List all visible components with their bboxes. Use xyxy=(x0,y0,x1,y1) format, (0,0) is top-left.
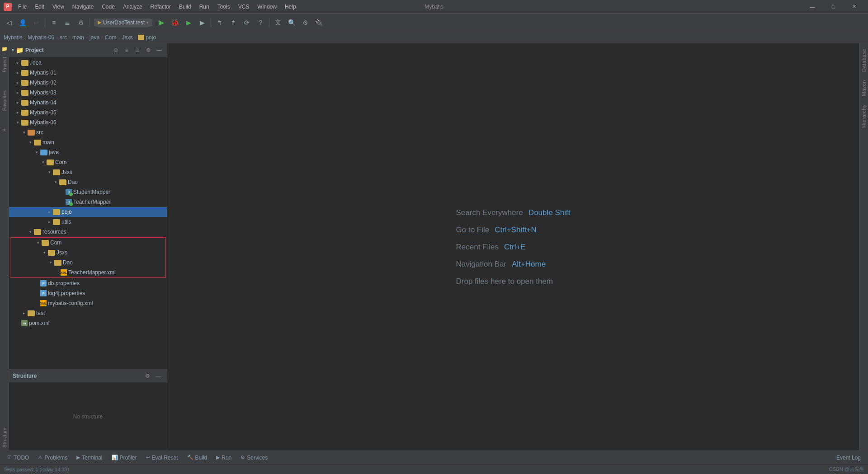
tree-item-jsxs[interactable]: Jsxs xyxy=(9,167,167,177)
tree-item-src[interactable]: src xyxy=(9,127,167,137)
back-button[interactable]: ◁ xyxy=(3,16,15,29)
breadcrumb-jsxs[interactable]: Jsxs xyxy=(122,34,132,41)
tree-item-test[interactable]: test xyxy=(9,308,167,318)
scroll-to-source-button[interactable]: ⊙ xyxy=(111,45,121,55)
structure-settings-button[interactable]: ⚙ xyxy=(142,371,152,381)
tree-item-mybatis06[interactable]: Mybatis-06 xyxy=(9,117,167,127)
menu-view[interactable]: View xyxy=(49,3,68,11)
run-config-dropdown[interactable]: ▶ UserDaoTest.test ▾ xyxy=(94,19,152,27)
breadcrumb-pojo[interactable]: pojo xyxy=(138,34,156,41)
tree-item-jsxs2[interactable]: Jsxs xyxy=(10,248,165,258)
build-button[interactable]: 🔨 Build xyxy=(184,454,211,462)
tree-item-java[interactable]: java xyxy=(9,147,167,157)
breadcrumb-src[interactable]: src xyxy=(60,34,67,41)
menu-run[interactable]: Run xyxy=(196,3,213,11)
run-button[interactable]: ▶ xyxy=(155,16,168,29)
label-utils: utils xyxy=(61,219,71,225)
menu-refactor[interactable]: Refactor xyxy=(147,3,175,11)
edge-structure-tab[interactable]: Structure xyxy=(1,425,8,451)
database-tab[interactable]: Database xyxy=(860,45,868,75)
services-button[interactable]: ⚙ Services xyxy=(237,454,271,462)
breadcrumb-mybatis06[interactable]: Mybatis-06 xyxy=(28,34,54,41)
tree-item-dao2[interactable]: Dao xyxy=(10,258,165,268)
debug-button[interactable]: 🐞 xyxy=(169,16,181,29)
git-button[interactable]: ↰ xyxy=(213,16,226,29)
project-settings-button[interactable]: ⚙ xyxy=(143,45,153,55)
tree-item-pomxml[interactable]: m pom.xml xyxy=(9,318,167,328)
breadcrumb-sep-2: › xyxy=(69,34,71,41)
menu-tools[interactable]: Tools xyxy=(214,3,234,11)
hierarchy-tab[interactable]: Hierarchy xyxy=(860,101,868,131)
plugin-button[interactable]: 🔌 xyxy=(312,16,325,29)
eval-reset-button[interactable]: ↩ Eval Reset xyxy=(142,454,182,462)
hint-dropfiles: Drop files here to open them xyxy=(456,277,571,286)
tree-item-idea[interactable]: .idea xyxy=(9,58,167,68)
settings-tb-button[interactable]: ⚙ xyxy=(75,16,87,29)
menu-build[interactable]: Build xyxy=(175,3,195,11)
editor-area[interactable]: Search Everywhere Double Shift Go to Fil… xyxy=(167,43,859,451)
undo-button[interactable]: ↩ xyxy=(30,16,42,29)
tree-item-utils[interactable]: utils xyxy=(9,217,167,227)
tree-item-resources[interactable]: resources xyxy=(9,227,167,237)
expand-all-button[interactable]: ≣ xyxy=(61,16,74,29)
tree-item-mybatisconfig[interactable]: XML mybatis-config.xml xyxy=(9,298,167,308)
tree-item-mybatis04[interactable]: Mybatis-04 xyxy=(9,98,167,108)
git-update-button[interactable]: ⟳ xyxy=(241,16,253,29)
collapse-all-button[interactable]: ≡ xyxy=(47,16,60,29)
profile-run-button[interactable]: ▶ xyxy=(196,16,208,29)
edge-favorites-tab[interactable]: Favorites xyxy=(1,88,8,113)
event-log-button[interactable]: Event Log xyxy=(833,454,864,462)
profile-button[interactable]: 👤 xyxy=(16,16,29,29)
edge-project-icon[interactable]: 📁 xyxy=(1,45,8,52)
coverage-button[interactable]: ▶ xyxy=(182,16,195,29)
expand-button[interactable]: ≣ xyxy=(132,45,142,55)
profiler-button[interactable]: 📊 Profiler xyxy=(108,454,141,462)
close-button[interactable]: ✕ xyxy=(844,0,864,14)
close-panel-button[interactable]: — xyxy=(154,45,164,55)
tree-item-teachermapperxml[interactable]: XML TeacherMapper.xml xyxy=(10,268,165,277)
maven-tab[interactable]: Maven xyxy=(860,76,868,100)
menu-window[interactable]: Window xyxy=(254,3,280,11)
menu-analyze[interactable]: Analyze xyxy=(119,3,146,11)
project-title[interactable]: ▾ 📁 Project xyxy=(12,47,44,54)
search-button[interactable]: 🔍 xyxy=(285,16,298,29)
breadcrumb-mybatis[interactable]: Mybatis xyxy=(4,34,22,41)
tree-item-dao[interactable]: Dao xyxy=(9,177,167,187)
terminal-button[interactable]: ▶ Terminal xyxy=(73,454,106,462)
menu-code[interactable]: Code xyxy=(98,3,118,11)
tree-item-studentmapper[interactable]: J StudentMapper xyxy=(9,187,167,197)
tree-item-mybatis01[interactable]: Mybatis-01 xyxy=(9,68,167,78)
breadcrumb-java[interactable]: java xyxy=(90,34,99,41)
tree-item-mybatis02[interactable]: Mybatis-02 xyxy=(9,78,167,88)
menu-help[interactable]: Help xyxy=(281,3,300,11)
tree-item-teachermapper[interactable]: J TeacherMapper xyxy=(9,197,167,207)
collapse-button[interactable]: ≡ xyxy=(122,45,132,55)
menu-file[interactable]: File xyxy=(14,3,30,11)
translate-button[interactable]: 文 xyxy=(272,16,284,29)
maximize-button[interactable]: □ xyxy=(823,0,844,14)
help-button[interactable]: ? xyxy=(254,16,267,29)
problems-button[interactable]: ⚠ Problems xyxy=(34,454,71,462)
edge-project-tab[interactable]: Project xyxy=(1,54,8,75)
tree-item-mybatis05[interactable]: Mybatis-05 xyxy=(9,108,167,117)
edge-star-icon[interactable]: ★ xyxy=(1,127,8,134)
tree-item-log4jprops[interactable]: P log4j.properties xyxy=(9,288,167,298)
menu-vcs[interactable]: VCS xyxy=(235,3,253,11)
breadcrumb-com[interactable]: Com xyxy=(105,34,116,41)
tree-item-com[interactable]: Com xyxy=(9,157,167,167)
todo-button[interactable]: ☑ TODO xyxy=(4,454,33,462)
run-bottom-button[interactable]: ▶ Run xyxy=(212,454,235,462)
breadcrumb-main[interactable]: main xyxy=(72,34,84,41)
tree-item-mybatis03[interactable]: Mybatis-03 xyxy=(9,88,167,98)
git-pull-button[interactable]: ↱ xyxy=(227,16,240,29)
structure-close-button[interactable]: — xyxy=(153,371,163,381)
tree-item-pojo[interactable]: pojo xyxy=(9,207,167,217)
menu-edit[interactable]: Edit xyxy=(31,3,48,11)
tree-item-com2[interactable]: Com xyxy=(10,238,165,248)
menu-navigate[interactable]: Navigate xyxy=(69,3,97,11)
arrow-pojo xyxy=(47,210,52,214)
minimize-button[interactable]: — xyxy=(802,0,823,14)
settings-main-button[interactable]: ⚙ xyxy=(299,16,311,29)
tree-item-dbprops[interactable]: P db.properties xyxy=(9,278,167,288)
tree-item-main[interactable]: main xyxy=(9,137,167,147)
